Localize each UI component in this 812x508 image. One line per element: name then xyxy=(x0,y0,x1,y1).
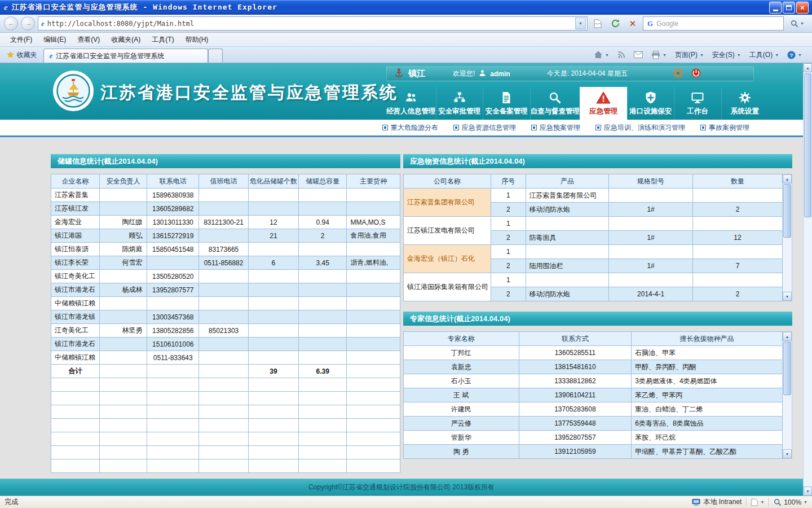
zoom-level: 100% xyxy=(784,498,801,506)
supplies-header-row: 公司名称序号产品规格型号数量 xyxy=(404,174,783,189)
scroll-down-button[interactable]: ▼ xyxy=(783,449,792,458)
page-header: 江苏省港口安全监管与应急管理系统 镇江 欢迎您! admin 今天是: 2014… xyxy=(0,63,803,120)
tank-row: 江奇美化工林坚勇1380528285685021303 xyxy=(51,324,400,338)
new-tab-button[interactable] xyxy=(208,49,223,63)
tank-panel-title: 储罐信息统计(截止2014.04.04) xyxy=(51,154,400,168)
address-toolbar: ← → e http://localhost:8080/yjpt/Main.ht… xyxy=(0,15,812,33)
search-button[interactable]: ▼ xyxy=(787,16,808,31)
scroll-track[interactable] xyxy=(783,341,792,449)
supplies-row: 江苏索普集团有限公司1江苏索普集团有限公司 xyxy=(404,189,783,203)
nav-item-label: 安全审批管理 xyxy=(438,107,480,116)
tank-row: 镇江市港龙石15106101006 xyxy=(51,338,400,351)
nav-item-3[interactable]: 安全备案管理 xyxy=(483,87,530,120)
subnav-item-4[interactable]: 应急培训、演练和演习管理 xyxy=(595,123,685,133)
scroll-track[interactable] xyxy=(804,72,812,487)
company-cell: 江苏索普集团有限公司 xyxy=(404,189,491,217)
column-header: 专家名称 xyxy=(404,332,519,346)
expert-row: 许建民13705283608重油、白蜡油、丁二烯 xyxy=(404,402,783,417)
help-button[interactable]: ?▼ xyxy=(784,49,805,61)
supplies-row: 江苏镇江发电有限公司1 xyxy=(404,217,783,231)
scroll-down-button[interactable]: ▼ xyxy=(783,292,792,301)
compatibility-icon xyxy=(594,19,602,28)
list-square-icon xyxy=(700,125,706,130)
experts-panel-title: 专家信息统计(截止2014.04.04) xyxy=(403,312,792,326)
menu-view[interactable]: 查看(V) xyxy=(72,33,105,46)
today-value: 2014-04-04 星期五 xyxy=(571,69,628,77)
minimize-button[interactable] xyxy=(769,2,782,14)
scroll-up-button[interactable]: ▲ xyxy=(804,63,812,72)
workbench-icon xyxy=(691,90,704,105)
scroll-thumb[interactable] xyxy=(783,341,791,395)
address-dropdown[interactable]: ▼ xyxy=(575,17,586,29)
subnav-item-5[interactable]: 事故案例管理 xyxy=(700,123,749,133)
nav-item-1[interactable]: 经营人信息管理 xyxy=(386,87,436,120)
column-header: 擅长救援物种产品 xyxy=(632,332,783,346)
feeds-button[interactable] xyxy=(614,49,629,60)
nav-item-4[interactable]: 自查与督查管理 xyxy=(530,87,580,120)
scroll-thumb[interactable] xyxy=(783,184,791,238)
back-button[interactable]: ← xyxy=(4,16,18,30)
tools-menu-button[interactable]: 工具(O)▼ xyxy=(746,49,782,62)
search-icon xyxy=(791,20,798,28)
site-logo xyxy=(52,69,95,115)
nav-item-5[interactable]: 应急管理 xyxy=(580,87,627,120)
column-header: 联系方式 xyxy=(519,332,632,346)
page-menu-button[interactable]: 页面(P)▼ xyxy=(672,49,707,62)
maximize-button[interactable] xyxy=(783,2,795,14)
search-box[interactable]: G Google xyxy=(643,16,784,30)
page-scrollbar[interactable]: ▲ ▼ xyxy=(803,63,812,496)
url-text: http://localhost:8080/yjpt/Main.html xyxy=(47,20,572,28)
forward-button[interactable]: → xyxy=(21,16,35,30)
menu-favorites[interactable]: 收藏夹(A) xyxy=(105,33,146,46)
empty-row xyxy=(51,446,400,459)
home-button[interactable]: ▼ xyxy=(590,49,612,61)
intranet-icon xyxy=(692,498,700,506)
browser-tab[interactable]: e 江苏省港口安全监管与应急管理系统 xyxy=(43,49,208,63)
security-zone: 本地 Intranet xyxy=(692,497,742,507)
nav-item-2[interactable]: 安全审批管理 xyxy=(436,87,483,120)
safety-menu-button[interactable]: 安全(S)▼ xyxy=(709,49,744,62)
stop-button[interactable]: ✕ xyxy=(625,16,640,31)
subnav-item-3[interactable]: 应急预案管理 xyxy=(531,123,580,133)
subnav-item-1[interactable]: 重大危险源分布 xyxy=(382,123,438,133)
print-button[interactable]: ▼ xyxy=(648,49,670,61)
browser-window: e 江苏省港口安全监管与应急管理系统 - Windows Internet Ex… xyxy=(0,0,812,508)
company-cell: 镇江港国际集装箱有限公司 xyxy=(404,273,491,301)
scroll-down-button[interactable]: ▼ xyxy=(804,487,812,496)
tank-stats-panel: 储罐信息统计(截止2014.04.04) 企业名称安全负责人联系电话值班电话危化… xyxy=(51,154,400,473)
column-header: 安全负责人 xyxy=(99,174,147,189)
scroll-up-button[interactable]: ▲ xyxy=(783,174,792,183)
favorites-bar: ★ 收藏夹 e 江苏省港口安全监管与应急管理系统 ▼ ▼ 页面(P)▼ 安全(S… xyxy=(0,47,812,63)
experts-scrollbar[interactable]: ▲ ▼ xyxy=(783,331,792,459)
scroll-thumb[interactable] xyxy=(804,73,811,217)
menu-file[interactable]: 文件(F) xyxy=(5,33,38,46)
supplies-scrollbar[interactable]: ▲ ▼ xyxy=(783,174,792,301)
favorites-star-icon[interactable]: ★ xyxy=(7,50,14,60)
nav-item-8[interactable]: 系统设置 xyxy=(721,87,769,120)
address-bar[interactable]: e http://localhost:8080/yjpt/Main.html ▼ xyxy=(38,16,588,30)
scroll-track[interactable] xyxy=(783,183,792,292)
menu-help[interactable]: 帮助(H) xyxy=(180,33,214,46)
subnav-item-2[interactable]: 应急资源信息管理 xyxy=(453,123,516,133)
tank-row: 江苏索普集15896380938 xyxy=(51,189,400,202)
expert-row: 石小玉133388128623类易燃液体、4类易燃固体 xyxy=(404,374,783,388)
column-header: 储罐总容量 xyxy=(298,174,346,189)
refresh-button[interactable] xyxy=(608,16,623,31)
favorites-button[interactable]: 收藏夹 xyxy=(16,50,37,60)
nav-item-label: 安全备案管理 xyxy=(486,107,528,116)
user-icon xyxy=(479,69,486,78)
scroll-up-button[interactable]: ▲ xyxy=(783,332,792,341)
window-titlebar[interactable]: e 江苏省港口安全监管与应急管理系统 - Windows Internet Ex… xyxy=(0,0,812,15)
list-square-icon xyxy=(531,125,537,130)
menu-edit[interactable]: 编辑(E) xyxy=(38,33,72,46)
close-button[interactable]: × xyxy=(796,2,809,14)
nav-item-7[interactable]: 工作台 xyxy=(674,87,721,120)
nav-item-6[interactable]: 港口设施保安 xyxy=(627,87,674,120)
zoom-control[interactable]: 100%▼ xyxy=(774,498,807,506)
helm-icon[interactable] xyxy=(672,67,684,81)
read-mail-button[interactable] xyxy=(630,50,646,60)
protected-mode-button[interactable]: ▼ xyxy=(751,498,764,506)
logout-icon[interactable] xyxy=(691,68,701,80)
compatibility-view-button[interactable] xyxy=(590,16,605,31)
menu-tools[interactable]: 工具(T) xyxy=(146,33,179,46)
